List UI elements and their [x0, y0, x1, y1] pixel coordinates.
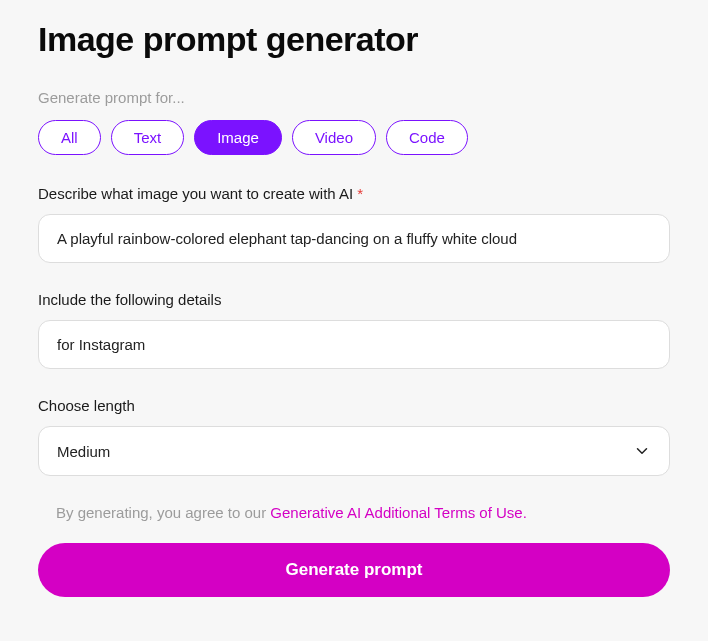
- length-select[interactable]: Medium: [38, 426, 670, 476]
- disclaimer-text: By generating, you agree to our Generati…: [38, 504, 670, 521]
- page-title: Image prompt generator: [38, 20, 670, 59]
- describe-label: Describe what image you want to create w…: [38, 185, 670, 202]
- prompt-type-tabs: All Text Image Video Code: [38, 120, 670, 155]
- required-marker: *: [357, 185, 363, 202]
- details-input[interactable]: [38, 320, 670, 369]
- generate-button[interactable]: Generate prompt: [38, 543, 670, 597]
- details-label: Include the following details: [38, 291, 670, 308]
- length-label: Choose length: [38, 397, 670, 414]
- describe-input[interactable]: [38, 214, 670, 263]
- prompt-for-label: Generate prompt for...: [38, 89, 670, 106]
- chevron-down-icon: [633, 442, 651, 460]
- tab-all[interactable]: All: [38, 120, 101, 155]
- length-selected-value: Medium: [57, 443, 110, 460]
- tab-code[interactable]: Code: [386, 120, 468, 155]
- tab-image[interactable]: Image: [194, 120, 282, 155]
- tab-text[interactable]: Text: [111, 120, 185, 155]
- terms-link[interactable]: Generative AI Additional Terms of Use.: [270, 504, 527, 521]
- tab-video[interactable]: Video: [292, 120, 376, 155]
